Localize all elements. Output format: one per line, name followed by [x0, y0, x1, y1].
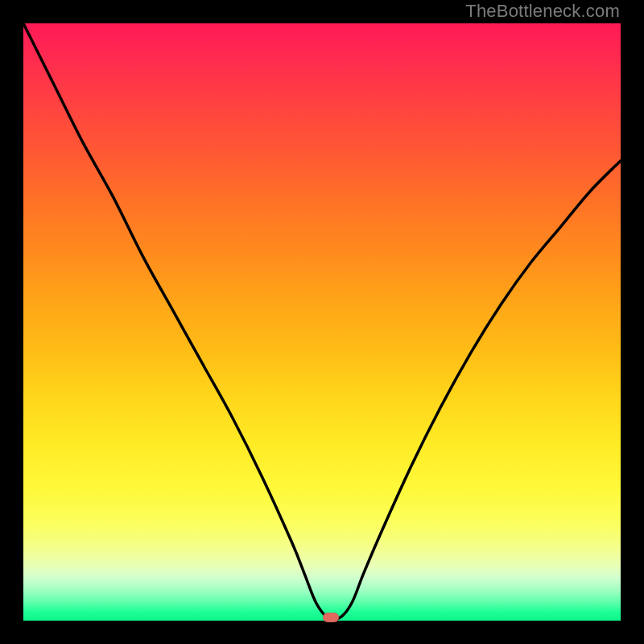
watermark-text: TheBottleneck.com [465, 1, 620, 22]
chart-frame: TheBottleneck.com [0, 0, 644, 644]
optimum-marker [323, 613, 339, 622]
bottleneck-curve-icon [23, 23, 621, 621]
plot-area [23, 23, 621, 621]
